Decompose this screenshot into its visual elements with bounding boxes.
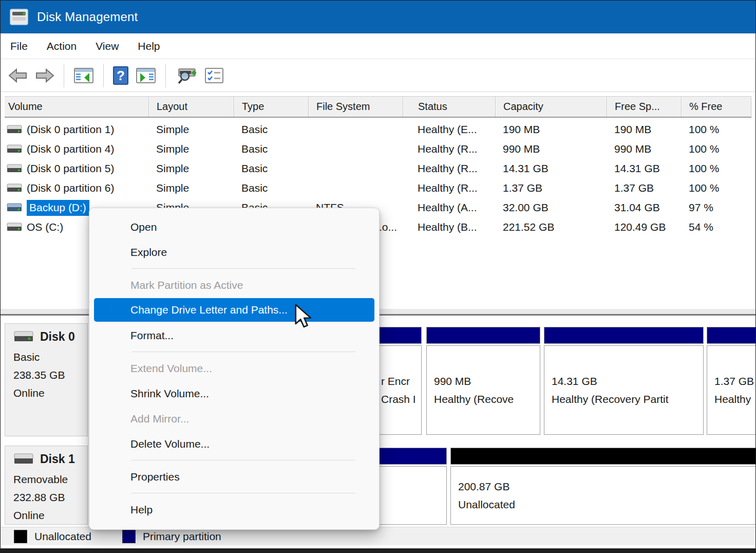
cell-capacity: 1.37 GB	[496, 182, 607, 194]
checklist-icon[interactable]	[203, 66, 225, 85]
cell-status: Healthy (R...	[403, 182, 496, 194]
column-header-type[interactable]: Type	[234, 97, 309, 117]
table-row[interactable]: (Disk 0 partition 6) Simple Basic Health…	[5, 178, 751, 198]
volume-icon	[7, 202, 22, 213]
partition-size: 14.31 GB	[552, 372, 703, 390]
partition-block-137gb[interactable]: 1.37 GB Healthy	[707, 327, 756, 435]
partition-status: Healthy	[714, 390, 756, 408]
partition-status: Unallocated	[458, 495, 756, 513]
menu-item-explore[interactable]: Explore	[89, 239, 379, 265]
context-menu: Open Explore Mark Partition as Active Ch…	[89, 208, 380, 530]
cell-type: Basic	[234, 162, 309, 175]
cell-capacity: 221.52 GB	[496, 221, 607, 233]
menu-file[interactable]: File	[10, 40, 28, 52]
table-row[interactable]: (Disk 0 partition 5) Simple Basic Health…	[5, 159, 751, 178]
menu-item-mark-partition-active: Mark Partition as Active	[89, 272, 379, 298]
table-row[interactable]: (Disk 0 partition 4) Simple Basic Health…	[5, 139, 751, 159]
column-header-file-system[interactable]: File System	[309, 97, 403, 117]
partition-block-unallocated[interactable]: 200.87 GB Unallocated	[450, 448, 756, 525]
menu-help[interactable]: Help	[138, 40, 160, 52]
cell-pct-free: 100 %	[682, 143, 751, 155]
volume-name: (Disk 0 partition 1)	[27, 123, 114, 136]
cell-layout: Simple	[149, 143, 234, 155]
menu-separator	[131, 268, 355, 269]
menu-item-delete-volume[interactable]: Delete Volume...	[89, 431, 379, 456]
menu-action[interactable]: Action	[47, 40, 77, 52]
column-header-free-space[interactable]: Free Sp...	[607, 97, 682, 117]
partition-block-990mb[interactable]: 990 MB Healthy (Recove	[426, 327, 540, 435]
volume-name: (Disk 0 partition 6)	[27, 182, 114, 194]
cell-free-space: 1.37 GB	[607, 182, 682, 194]
menu-item-open[interactable]: Open	[89, 214, 379, 239]
column-header-volume[interactable]: Volume	[5, 97, 149, 117]
cell-capacity: 990 MB	[496, 143, 607, 155]
cell-capacity: 190 MB	[496, 123, 607, 136]
column-header-layout[interactable]: Layout	[149, 97, 234, 117]
cell-pct-free: 100 %	[682, 123, 751, 136]
cell-pct-free: 97 %	[682, 201, 751, 214]
cell-pct-free: 100 %	[682, 162, 751, 175]
show-action-pane-icon[interactable]	[135, 66, 157, 85]
volume-name: (Disk 0 partition 4)	[27, 143, 114, 155]
partition-label-fragment: r Encr Crash I	[381, 372, 416, 408]
volume-icon	[7, 144, 22, 154]
menu-item-format[interactable]: Format...	[89, 323, 379, 348]
menu-item-properties[interactable]: Properties	[89, 464, 379, 489]
volume-name: (Disk 0 partition 5)	[27, 162, 114, 175]
column-header-status[interactable]: Status	[403, 97, 496, 117]
cell-layout: Simple	[149, 162, 234, 175]
cell-status: Healthy (R...	[403, 143, 496, 155]
toolbar-separator	[103, 64, 104, 87]
menu-item-help[interactable]: Help	[89, 497, 379, 522]
partition-header-primary	[426, 327, 540, 344]
column-header-pct-free[interactable]: % Free	[682, 97, 751, 117]
menu-item-change-drive-letter[interactable]: Change Drive Letter and Paths...	[94, 298, 374, 322]
window-bottom-edge	[1, 548, 755, 552]
unallocated-swatch	[14, 530, 27, 543]
menu-view[interactable]: View	[96, 40, 119, 52]
disk-name: Disk 0	[40, 330, 75, 344]
disk1-info-panel[interactable]: Disk 1 Removable 232.88 GB Online	[5, 446, 88, 525]
help-icon[interactable]: ?	[112, 66, 129, 85]
window-title: Disk Management	[37, 10, 138, 24]
show-console-tree-icon[interactable]	[73, 66, 94, 85]
disk0-info-panel[interactable]: Disk 0 Basic 238.35 GB Online	[5, 323, 88, 436]
cell-free-space: 31.04 GB	[607, 201, 682, 214]
forward-icon[interactable]	[34, 67, 55, 84]
svg-text:?: ?	[117, 68, 125, 83]
disk-type: Removable	[13, 470, 87, 488]
disk-size: 232.88 GB	[13, 488, 87, 506]
partition-header-primary	[707, 327, 756, 344]
cell-status: Healthy (B...	[403, 221, 496, 233]
partition-status: Healthy (Recove	[434, 390, 540, 408]
disk-status: Online	[13, 506, 87, 524]
disk-management-window: Disk Management File Action View Help	[0, 0, 756, 553]
volume-name: Backup (D:)	[27, 200, 89, 216]
cell-type: Basic	[234, 143, 309, 155]
table-row[interactable]: (Disk 0 partition 1) Simple Basic Health…	[5, 120, 751, 139]
toolbar-separator	[64, 64, 64, 87]
volume-name: OS (C:)	[27, 221, 63, 233]
cell-status: Healthy (A...	[403, 201, 496, 214]
volume-icon	[7, 183, 22, 193]
volume-icon	[7, 124, 22, 135]
cell-file-system: .o...	[379, 221, 397, 233]
rescan-disks-icon[interactable]	[175, 66, 197, 85]
title-bar[interactable]: Disk Management	[1, 1, 755, 33]
back-icon[interactable]	[8, 67, 28, 84]
cell-free-space: 990 MB	[607, 143, 682, 155]
cell-capacity: 32.00 GB	[496, 201, 607, 214]
menu-separator	[131, 493, 355, 493]
cell-capacity: 14.31 GB	[496, 162, 607, 175]
disk-status: Online	[13, 384, 87, 402]
menu-item-shrink-volume[interactable]: Shrink Volume...	[89, 381, 379, 406]
cell-type: Basic	[234, 123, 309, 136]
volume-icon	[7, 163, 22, 174]
partition-header-unallocated	[450, 448, 756, 465]
partition-block-14gb[interactable]: 14.31 GB Healthy (Recovery Partit	[544, 327, 704, 435]
menu-separator	[131, 460, 355, 460]
disk-name: Disk 1	[40, 452, 75, 466]
column-header-capacity[interactable]: Capacity	[496, 97, 607, 117]
mouse-cursor-icon	[293, 304, 313, 330]
cell-free-space: 14.31 GB	[607, 162, 682, 175]
